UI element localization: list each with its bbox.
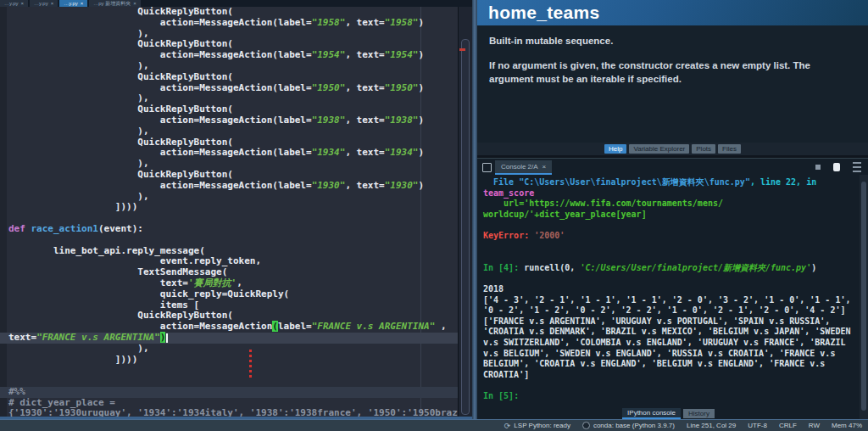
right-column: home_teams Built-in mutable sequence. If…: [477, 0, 868, 419]
tab-close-icon[interactable]: ×: [133, 0, 136, 7]
help-tab-plots[interactable]: Plots: [692, 144, 715, 154]
console-line: KeyError: '2000': [483, 231, 860, 242]
editor-tabbar: …y.py×…y.py×…y.py×…py 新增資料夾×: [0, 0, 472, 7]
hamburger-menu-icon[interactable]: [853, 162, 861, 172]
status-item-label: UTF-8: [748, 422, 767, 429]
console-tab-label: Console 2/A: [501, 163, 538, 171]
notebook-icon[interactable]: [833, 163, 840, 171]
code-area[interactable]: QuickReplyButton( action=MessageAction(l…: [0, 7, 459, 417]
editor-tab-1[interactable]: …y.py×: [30, 0, 58, 7]
editor-tab-label: …y.py: [4, 0, 19, 7]
sync-spinner-icon: ⟳: [504, 423, 511, 429]
bottom-tab-history[interactable]: History: [683, 409, 715, 418]
console-line: [483, 242, 860, 253]
status-item-4: CRLF: [779, 422, 797, 429]
console-pane: Console 2/A × File "C:\Users\User\finalp…: [477, 158, 868, 419]
console-line: ['4 - 3', '2 - 1', '1 - 1', '1 - 1', '2 …: [483, 295, 860, 306]
status-bar: ⟳LSP Python: readyconda: base (Python 3.…: [0, 419, 868, 431]
console-line: team_score: [483, 188, 860, 199]
console-header: Console 2/A ×: [477, 159, 868, 175]
tab-close-icon[interactable]: ×: [81, 0, 84, 7]
editor-tab-label: …y.py: [34, 0, 48, 7]
console-line: '0 - 2', '1 - 2', '0 - 2', '2 - 2', '1 -…: [483, 305, 860, 316]
help-body: Built-in mutable sequence. If no argumen…: [477, 25, 868, 143]
help-paragraph-1: Built-in mutable sequence.: [489, 34, 849, 48]
console-line: worldcup/'+dict_year_place[year]: [483, 210, 860, 221]
console-line: [483, 380, 860, 391]
console-line: ['FRANCE v.s ARGENTINA', 'URUGUAY v.s PO…: [483, 316, 860, 327]
code-line: {'1930':'1930uruguay', '1934':'1934italy…: [0, 408, 459, 417]
status-item-2: Line 251, Col 29: [687, 422, 736, 429]
error-dots-marker: [249, 350, 252, 378]
console-line: v.s SWITZERLAND', 'COLOMBIA v.s ENGLAND'…: [483, 338, 860, 349]
console-line: v.s BELGIUM', 'SWEDEN v.s ENGLAND', 'RUS…: [483, 349, 860, 360]
tab-close-icon[interactable]: ×: [51, 0, 54, 7]
status-item-label: conda: base (Python 3.9.7): [593, 422, 675, 429]
console-tab-close-icon[interactable]: ×: [542, 163, 547, 171]
conda-env-icon: [582, 422, 590, 429]
editor-scrollbar-thumb[interactable]: [461, 39, 470, 415]
help-pane-tabbar: HelpVariable ExplorerPlotsFiles: [477, 143, 868, 155]
editor-scrollbar[interactable]: [458, 7, 472, 417]
help-header: home_teams: [477, 0, 868, 25]
console-line: CROATIA']: [483, 370, 860, 381]
scrollflag-error-marker: [459, 48, 465, 51]
help-object-title: home_teams: [488, 3, 599, 23]
help-paragraph-2: If no argument is given, the constructor…: [489, 59, 849, 87]
code-line: ]))): [0, 202, 459, 213]
status-item-label: LSP Python: ready: [514, 422, 570, 429]
status-item-label: Mem 47%: [832, 422, 862, 429]
console-line: url='https://www.fifa.com/tournaments/me…: [483, 199, 860, 210]
console-output[interactable]: File "C:\Users\User\finalproject\新增資料夾\f…: [477, 175, 860, 408]
console-line: In [4]: runcell(0, 'C:/Users/User/finalp…: [483, 263, 860, 274]
status-item-0: ⟳LSP Python: ready: [504, 422, 570, 429]
status-item-label: Line 251, Col 29: [687, 422, 736, 429]
console-line: [483, 220, 860, 231]
editor-tab-label: …y.py: [64, 0, 78, 7]
code-line: ]))): [0, 355, 459, 366]
editor-tab-label: …py 新增資料夾: [93, 0, 131, 7]
console-header-icons: [815, 162, 861, 172]
status-item-6: Mem 47%: [832, 422, 862, 429]
console-pane-icon[interactable]: [482, 163, 492, 172]
editor-tab-3[interactable]: …py 新增資料夾×: [89, 0, 141, 7]
console-line: [483, 273, 860, 284]
editor-tab-0[interactable]: …y.py×: [0, 0, 28, 7]
help-tab-variable-explorer[interactable]: Variable Explorer: [629, 144, 689, 154]
code-line: [0, 376, 459, 387]
help-tab-help[interactable]: Help: [604, 144, 626, 154]
code-editor[interactable]: QuickReplyButton( action=MessageAction(l…: [0, 7, 459, 417]
tab-close-icon[interactable]: ×: [21, 0, 25, 7]
status-item-label: RW: [809, 422, 820, 429]
console-line: [483, 252, 860, 263]
console-scrollbar-thumb[interactable]: [861, 182, 866, 411]
status-item-1: conda: base (Python 3.9.7): [582, 422, 675, 429]
console-bottom-tabbar: IPython consoleHistory: [477, 408, 860, 419]
help-pane: home_teams Built-in mutable sequence. If…: [477, 0, 868, 155]
editor-pane: …y.py×…y.py×…y.py×…py 新增資料夾× QuickReplyB…: [0, 0, 472, 419]
status-item-3: UTF-8: [748, 422, 767, 429]
console-line: In [5]:: [483, 391, 860, 402]
editor-tab-2[interactable]: …y.py×: [59, 0, 87, 7]
bottom-tab-ipython-console[interactable]: IPython console: [622, 408, 681, 419]
text-cursor: [166, 333, 168, 343]
status-item-5: RW: [809, 422, 820, 429]
console-scrollbar[interactable]: [860, 175, 868, 419]
code-line: [0, 365, 459, 376]
console-line: 2018: [483, 284, 860, 295]
console-line: BELGIUM', 'CROATIA v.s ENGLAND', 'BELGIU…: [483, 359, 860, 370]
help-tab-files[interactable]: Files: [718, 144, 741, 154]
options-square-icon[interactable]: [815, 165, 821, 170]
console-tab[interactable]: Console 2/A ×: [495, 160, 552, 175]
status-item-label: CRLF: [779, 422, 797, 429]
console-line: 'CROATIA v.s DENMARK', 'BRAZIL v.s MEXIC…: [483, 327, 860, 338]
console-line: File "C:\Users\User\finalproject\新增資料夾\f…: [483, 177, 860, 188]
code-line: def race_action1(event):: [0, 224, 459, 235]
